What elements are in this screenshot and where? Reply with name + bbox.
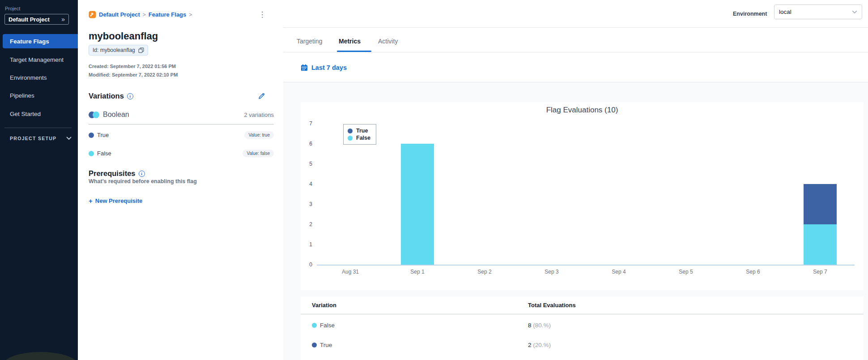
boolean-type-icon (89, 111, 99, 118)
tab-targeting[interactable]: Targeting (297, 38, 323, 45)
tabs-band (283, 28, 868, 52)
info-icon[interactable]: i (127, 93, 133, 99)
sidebar-divider (4, 128, 72, 128)
bar-false-sep-7 (804, 224, 837, 265)
variation-value-chip: Value: false (243, 150, 274, 157)
column-header-total-evaluations: Total Evaluations (528, 302, 576, 309)
environment-label: Environment (733, 11, 767, 17)
breadcrumb-feature-flags-link[interactable]: Feature Flags (149, 11, 187, 18)
y-axis-tick: 7 (301, 120, 312, 127)
false-legend-dot (348, 136, 353, 141)
y-axis-tick: 0 (301, 261, 312, 268)
variations-underline (89, 124, 274, 124)
info-icon[interactable]: i (139, 171, 145, 177)
mascot-image (4, 352, 77, 360)
bar-false-sep-1 (401, 144, 434, 265)
sidebar-item-get-started[interactable]: Get Started (0, 107, 78, 121)
table-row: True 2 (20.%) (301, 336, 864, 356)
true-legend-dot (348, 129, 353, 133)
legend-item-false: False (348, 134, 370, 141)
breadcrumb-project-link[interactable]: Default Project (99, 11, 140, 18)
x-axis-tick: Sep 2 (451, 269, 518, 275)
x-axis-tick: Sep 6 (719, 269, 787, 275)
variation-name: True (97, 132, 109, 138)
breadcrumb-separator: > (143, 12, 146, 18)
project-name: Default Project (9, 16, 50, 23)
project-switcher[interactable]: Default Project » (4, 14, 69, 25)
variation-type-label: Boolean (103, 111, 129, 119)
variation-count: 2 variations (244, 111, 274, 118)
y-axis-tick: 6 (301, 141, 312, 147)
sidebar-item-pipelines[interactable]: Pipelines (0, 88, 78, 103)
flag-id-text: Id: mybooleanflag (93, 47, 135, 53)
legend-item-true: True (348, 127, 370, 134)
variation-row-true: True Value: true (89, 131, 274, 139)
table-row: False 8 (80.%) (301, 317, 864, 336)
tab-activity[interactable]: Activity (378, 38, 398, 45)
variation-type-row: Boolean 2 variations (89, 111, 274, 119)
project-logo-icon (89, 11, 96, 18)
flag-evaluations-chart: Flag Evaluations (10) True False 0123456… (301, 102, 864, 290)
chevron-down-icon (66, 137, 72, 140)
sidebar-item-environments[interactable]: Environments (0, 70, 78, 85)
breadcrumb-separator: > (189, 12, 192, 18)
variation-value-chip: Value: true (244, 131, 274, 139)
x-axis-tick: Sep 5 (652, 269, 719, 275)
flag-detail-panel: Default Project > Feature Flags > ⋮ mybo… (78, 0, 283, 360)
edit-variations-icon[interactable] (258, 92, 265, 100)
plus-icon: + (89, 197, 93, 205)
x-axis-line (317, 265, 855, 266)
false-dot (89, 151, 94, 156)
x-axis-tick: Aug 31 (317, 269, 384, 275)
true-dot (89, 133, 94, 138)
calendar-icon (301, 64, 308, 71)
table-header-row: Variation Total Evaluations (301, 296, 864, 314)
new-prerequisite-button[interactable]: + New Prerequisite (89, 197, 142, 205)
environment-selected-value: local (779, 9, 791, 15)
prerequisites-title: Prerequisites (89, 169, 136, 178)
new-prerequisite-label: New Prerequisite (95, 197, 143, 204)
flag-title: mybooleanflag (89, 30, 158, 42)
variation-row-false: False Value: false (89, 150, 274, 157)
row-total-true: 2 (20.%) (528, 342, 551, 348)
chevron-down-icon (852, 10, 857, 14)
row-total-false: 8 (80.%) (528, 322, 551, 329)
sidebar-item-target-management[interactable]: Target Management (0, 52, 78, 67)
environment-select[interactable]: local (774, 4, 862, 19)
x-axis-tick: Sep 7 (787, 269, 854, 275)
row-variation-false: False (312, 322, 335, 329)
prerequisites-description: What’s required before enabling this fla… (89, 178, 197, 184)
x-axis-tick: Sep 3 (518, 269, 585, 275)
variations-title: Variations (89, 92, 124, 100)
project-setup-toggle[interactable]: PROJECT SETUP (10, 136, 72, 141)
x-axis-tick: Sep 4 (585, 269, 652, 275)
range-divider (283, 82, 868, 82)
copy-icon[interactable] (138, 47, 144, 53)
flag-id-chip[interactable]: Id: mybooleanflag (89, 45, 148, 56)
variation-name: False (97, 150, 111, 157)
project-setup-label: PROJECT SETUP (10, 136, 56, 141)
column-header-variation: Variation (312, 302, 336, 309)
y-axis-tick: 5 (301, 161, 312, 167)
prerequisites-header: Prerequisites i (89, 169, 145, 178)
flag-modified: Modified: September 7, 2022 02:10 PM (89, 72, 178, 77)
y-axis-tick: 2 (301, 221, 312, 227)
chart-legend: True False (343, 124, 376, 145)
date-range-button[interactable]: Last 7 days (301, 64, 347, 71)
bar-true-sep-7 (804, 184, 837, 224)
kebab-menu-icon[interactable]: ⋮ (257, 9, 268, 21)
project-label: Project (5, 6, 20, 11)
variations-header: Variations i (89, 92, 133, 100)
sidebar-item-feature-flags[interactable]: Feature Flags (3, 34, 78, 48)
chart-title: Flag Evaluations (10) (301, 106, 864, 115)
flag-created: Created: September 7, 2022 01:56 PM (89, 64, 176, 69)
evaluations-table: Variation Total Evaluations False 8 (80.… (301, 296, 864, 360)
tab-metrics[interactable]: Metrics (339, 38, 361, 45)
sidebar: Project Default Project » Feature Flags … (0, 0, 78, 360)
y-axis-tick: 3 (301, 201, 312, 207)
date-range-band (283, 52, 868, 82)
date-range-label: Last 7 days (311, 64, 347, 71)
x-axis-tick: Sep 1 (384, 269, 451, 275)
app-window: Project Default Project » Feature Flags … (0, 0, 868, 360)
breadcrumb: Default Project > Feature Flags > (89, 11, 192, 18)
